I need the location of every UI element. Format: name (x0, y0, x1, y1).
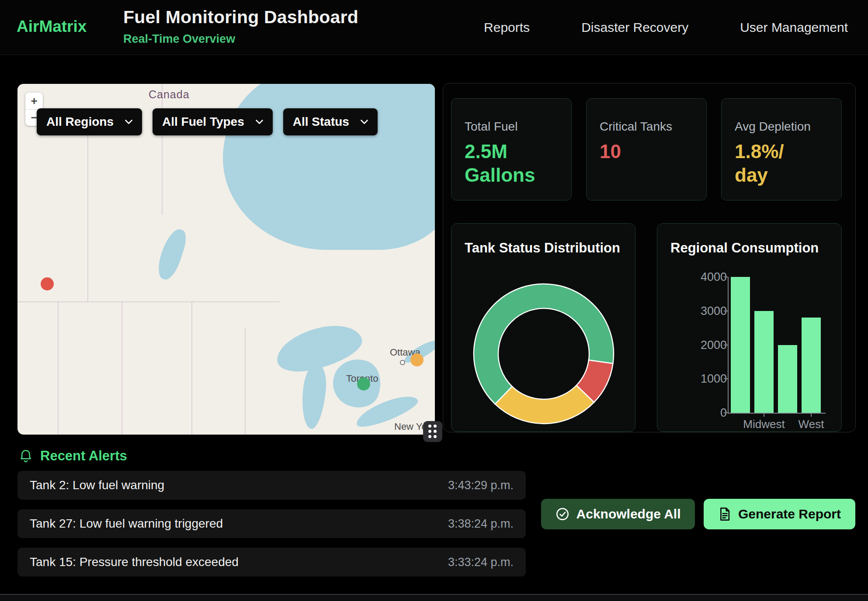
filter-value: All Fuel Types (162, 115, 244, 129)
main-nav: ReportsDisaster RecoveryUser Management (484, 0, 848, 55)
alert-timestamp: 3:38:24 p.m. (448, 517, 514, 531)
bar-4 (802, 318, 821, 413)
lake-winnipeg-water (154, 226, 190, 282)
x-tick-mark (764, 413, 764, 417)
bar-1 (731, 277, 750, 413)
donut-chart-title: Tank Status Distribution (465, 240, 620, 256)
y-axis (728, 277, 729, 413)
bottom-scroll-strip[interactable] (0, 594, 868, 601)
chevron-down-icon (125, 120, 132, 124)
y-tick-mark (724, 311, 728, 311)
filter-select-all-regions[interactable]: All Regions (37, 108, 142, 135)
map-marker-critical[interactable] (41, 277, 54, 290)
map-filter-bar: All RegionsAll Fuel TypesAll Status (37, 108, 378, 135)
alert-timestamp: 3:43:29 p.m. (448, 479, 514, 492)
brand-logo[interactable]: AirMatrix (17, 17, 87, 36)
alert-row[interactable]: Tank 27: Low fuel warning triggered3:38:… (17, 509, 526, 538)
bar-3 (778, 345, 797, 413)
acknowledge-all-label: Acknowledge All (576, 507, 681, 522)
page-subtitle: Real-Time Overview (123, 32, 235, 46)
map-panel: Canada OttawaTorontoNew York + − All Reg… (17, 84, 435, 435)
alert-row[interactable]: Tank 2: Low fuel warning3:43:29 p.m. (17, 471, 526, 500)
generate-report-button[interactable]: Generate Report (704, 499, 855, 529)
bar-chart-title: Regional Consumption (670, 240, 819, 256)
recent-alerts-header: Recent Alerts (19, 448, 127, 464)
y-tick-label: 4000 (701, 270, 727, 284)
chevron-down-icon (256, 120, 263, 124)
acknowledge-all-button[interactable]: Acknowledge All (541, 499, 695, 529)
bar-2 (754, 311, 774, 413)
regional-consumption-card: Regional Consumption 40003000200010000Mi… (657, 223, 842, 432)
city-dot-ottawa (400, 360, 405, 365)
map-country-label: Canada (149, 88, 190, 101)
x-tick-label-west: West (799, 418, 824, 431)
y-tick-label: 2000 (701, 338, 727, 352)
tank-status-card: Tank Status Distribution (451, 223, 635, 432)
y-tick-label: 1000 (701, 372, 727, 386)
stat-value: 2.5M Gallons (465, 140, 543, 187)
x-tick-label-midwest: Midwest (743, 418, 785, 431)
bell-icon (19, 449, 32, 463)
y-tick-mark (724, 412, 728, 413)
alert-message: Tank 15: Pressure threshold exceeded (30, 555, 239, 569)
stat-value: 1.8%/ day (735, 140, 813, 187)
alert-message: Tank 2: Low fuel warning (30, 478, 164, 492)
donut-segment-warning (495, 385, 594, 424)
filter-value: All Status (293, 115, 349, 129)
stat-card-critical-tanks: Critical Tanks10 (586, 98, 707, 200)
map-resize-handle[interactable] (423, 421, 442, 442)
app-header: AirMatrix Fuel Monitoring Dashboard Real… (0, 0, 868, 55)
page-title: Fuel Monitoring Dashboard (123, 7, 358, 28)
document-icon (718, 507, 731, 521)
nav-item-user-management[interactable]: User Management (740, 20, 848, 35)
map-canvas[interactable]: Canada OttawaTorontoNew York + − All Reg… (17, 84, 435, 435)
y-tick-mark (724, 345, 728, 345)
tank-status-donut-chart (452, 262, 635, 432)
y-tick-mark (724, 378, 728, 379)
nav-item-reports[interactable]: Reports (484, 20, 530, 35)
check-circle-icon (556, 507, 569, 521)
map-marker-warning[interactable] (410, 353, 424, 366)
stat-label: Total Fuel (465, 120, 558, 134)
alert-row[interactable]: Tank 15: Pressure threshold exceeded3:33… (17, 548, 526, 577)
regional-consumption-bar-chart: 40003000200010000MidwestWest (728, 277, 828, 413)
map-marker-normal[interactable] (357, 377, 370, 390)
recent-alerts-title: Recent Alerts (40, 448, 127, 464)
filter-select-all-fuel-types[interactable]: All Fuel Types (153, 108, 273, 135)
stat-label: Critical Tanks (600, 120, 693, 134)
alert-message: Tank 27: Low fuel warning triggered (30, 517, 223, 531)
y-tick-label: 3000 (701, 304, 727, 318)
lake-michigan-water (299, 363, 328, 430)
y-tick-mark (724, 276, 728, 277)
stat-label: Avg Depletion (735, 120, 828, 134)
chevron-down-icon (361, 120, 368, 124)
nav-item-disaster-recovery[interactable]: Disaster Recovery (581, 20, 688, 35)
stat-card-total-fuel: Total Fuel2.5M Gallons (451, 98, 572, 200)
filter-select-all-status[interactable]: All Status (283, 108, 378, 135)
zoom-in-button[interactable]: + (25, 93, 43, 109)
alert-timestamp: 3:33:24 p.m. (448, 556, 514, 569)
generate-report-label: Generate Report (738, 507, 841, 522)
metrics-panel: Total Fuel2.5M GallonsCritical Tanks10Av… (443, 83, 856, 432)
stat-card-avg-depletion: Avg Depletion1.8%/ day (721, 98, 842, 200)
filter-value: All Regions (46, 115, 114, 129)
stat-value: 10 (600, 140, 678, 163)
x-tick-mark (811, 413, 812, 417)
